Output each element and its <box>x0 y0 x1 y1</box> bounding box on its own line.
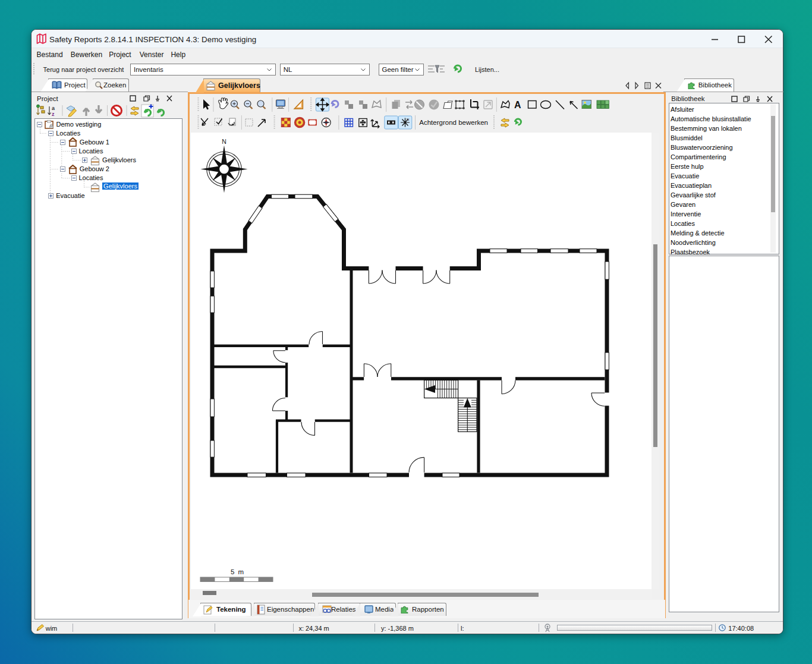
svg-text:A: A <box>514 100 521 110</box>
svg-text:5 m: 5 m <box>231 568 245 575</box>
svg-text:N: N <box>222 139 226 145</box>
svg-text:N: N <box>407 118 409 121</box>
